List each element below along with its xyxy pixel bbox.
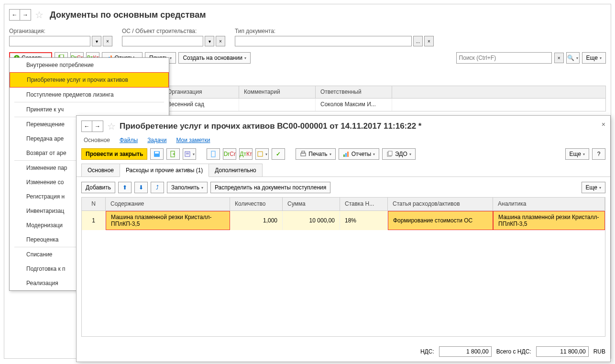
link-icon [257,151,264,157]
cell-analytics[interactable]: Машина плазменной резки Кристалл-ППлКП-3… [493,211,605,230]
org-clear-button[interactable]: × [103,36,112,46]
org-input[interactable] [9,36,90,46]
col-analytics: Аналитика [493,198,605,210]
search-icon: 🔍 [567,55,574,61]
forward-button[interactable]: → [20,10,31,20]
up-button[interactable]: ⬆ [118,182,132,193]
search-clear-button[interactable]: × [554,53,564,63]
split-button[interactable]: ⤴ [151,182,164,193]
close-button[interactable]: × [602,121,605,128]
svg-rect-17 [347,152,349,157]
vat-input[interactable] [439,346,492,357]
modal-reports-button[interactable]: Отчеты ▾ [339,148,379,160]
more-button[interactable]: Еще ▾ [582,52,606,64]
type-more-button[interactable]: ... [413,36,423,46]
tab-expenses[interactable]: Расходы и прочие активы (1) [120,164,209,177]
printer-icon [300,151,307,157]
org-dropdown-button[interactable]: ▾ [92,36,101,46]
edo-button[interactable]: ЭДО ▾ [382,148,416,160]
check-icon: ✓ [276,151,281,157]
modal-back-button[interactable]: ← [82,121,92,132]
modal-print-button[interactable]: Печать ▾ [296,148,335,160]
modal-tabs: Основное Расходы и прочие активы (1) Доп… [77,164,610,177]
nav-files[interactable]: Файлы [120,137,138,143]
favorite-icon[interactable]: ☆ [35,9,44,21]
type-input[interactable] [235,36,412,46]
expenses-table: N Содержание Количество Сумма Ставка Н..… [81,197,605,337]
search-button[interactable]: 🔍▾ [566,52,580,64]
svg-rect-15 [343,154,345,157]
os-clear-button[interactable]: × [216,36,225,46]
cell-sum[interactable]: 10 000,00 [283,211,340,230]
menu-item[interactable]: Внутреннее потребление [10,58,169,72]
doc-button[interactable] [207,148,220,160]
svg-rect-12 [258,152,263,156]
document-modal: × ← → ☆ Приобретение услуг и прочих акти… [76,115,611,362]
doc-icon [210,151,217,157]
modal-favorite-icon[interactable]: ☆ [107,121,116,132]
create-based-button[interactable]: Создать на основании ▾ [178,52,251,64]
back-button[interactable]: ← [10,10,20,20]
nav-main[interactable]: Основное [84,137,110,143]
save-button[interactable] [150,148,164,160]
distribute-button[interactable]: Распределить на документы поступления [210,182,330,193]
help-button[interactable]: ? [592,148,605,160]
nav-notes[interactable]: Мои заметки [176,137,210,143]
col-article: Статья расходов/активов [388,198,493,210]
menu-item[interactable]: Принятие к уч [10,102,169,117]
type-clear-button[interactable]: × [424,36,434,46]
attach-button[interactable]: ▾ [183,148,196,160]
svg-rect-13 [301,153,306,156]
modal-more-button[interactable]: Еще ▾ [565,148,589,160]
svg-rect-11 [211,151,215,157]
modal-title: Приобретение услуг и прочих активов ВС00… [120,121,422,131]
check-button[interactable]: ✓ [272,148,285,160]
nav-tasks[interactable]: Задачи [147,137,166,143]
chart-icon [343,151,350,157]
col-n: N [82,198,106,210]
os-dropdown-button[interactable]: ▾ [205,36,214,46]
os-input[interactable] [122,36,203,46]
org-label: Организация: [9,28,112,34]
tab-additional[interactable]: Дополнительно [209,164,262,176]
total-input[interactable] [536,346,589,357]
list-icon [184,151,191,157]
link-button[interactable]: ▾ [255,148,269,160]
os-label: ОС / Объект строительства: [122,28,225,34]
post-button[interactable] [166,148,180,160]
branch-icon: ⤴ [156,184,159,191]
cell-n: 1 [82,211,106,230]
dr-cr-modal-button[interactable]: DrCr [223,148,236,160]
cell-content[interactable]: Машина плазменной резки Кристалл-ППлКП-3… [106,211,230,230]
menu-item-selected[interactable]: Приобретение услуг и прочих активов [10,72,169,88]
col-qty: Количество [230,198,283,210]
svg-rect-16 [345,153,347,157]
fill-button[interactable]: Заполнить▾ [167,182,208,193]
modal-nav: Основное Файлы Задачи Мои заметки [77,137,610,148]
total-label: Всего с НДС: [496,348,531,355]
modal-toolbar: Провести и закрыть ▾ DrCr ДтКт ▾ ✓ Печат… [77,148,610,164]
add-button[interactable]: Добавить [81,182,115,193]
cell-org: Весенний сад [163,99,239,111]
save-icon [154,151,160,157]
col-sum: Сумма [283,198,340,210]
cell-article[interactable]: Формирование стоимости ОС [388,211,493,230]
cell-qty[interactable]: 1,000 [230,211,283,230]
cell-vat[interactable]: 18% [340,211,388,230]
col-resp: Ответственный [316,86,392,98]
dt-kt-modal-button[interactable]: ДтКт [239,148,253,160]
tab-more-button[interactable]: Еще▾ [582,182,605,193]
vat-label: НДС: [420,348,434,355]
doc-arrow-icon [170,151,176,157]
cell-resp: Соколов Максим И... [316,99,392,111]
arrow-up-icon: ⬆ [122,184,127,191]
modal-footer: НДС: Всего с НДС: RUB [77,342,610,362]
down-button[interactable]: ⬇ [134,182,148,193]
col-content: Содержание [106,198,230,210]
menu-item[interactable]: Поступление предметов лизинга [10,88,169,102]
modal-forward-button[interactable]: → [92,121,103,132]
submit-close-button[interactable]: Провести и закрыть [81,148,147,160]
table-row[interactable]: 1 Машина плазменной резки Кристалл-ППлКП… [82,211,605,230]
tab-main[interactable]: Основное [81,164,120,176]
search-input[interactable] [456,52,552,64]
